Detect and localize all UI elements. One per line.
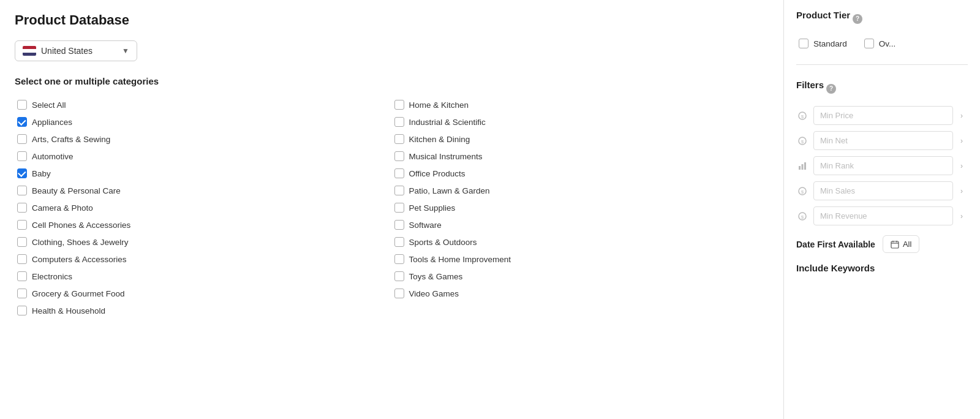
min-revenue-arrow[interactable]: › (956, 210, 968, 222)
date-all-button[interactable]: All (883, 235, 919, 253)
checkbox-software[interactable] (394, 220, 404, 230)
checkbox-item-computers[interactable]: Computers & Accessories (15, 251, 392, 268)
checkbox-item-baby[interactable]: Baby (15, 165, 392, 182)
checkbox-item-musical[interactable]: Musical Instruments (392, 148, 769, 165)
min-sales-row: $ › (796, 181, 968, 200)
checkbox-item-office-products[interactable]: Office Products (392, 165, 769, 182)
checkbox-health[interactable] (17, 306, 27, 315)
checkbox-patio[interactable] (394, 186, 404, 195)
checkbox-grocery[interactable] (17, 289, 27, 298)
checkbox-label-select-all: Select All (32, 100, 66, 110)
checkbox-pet-supplies[interactable] (394, 203, 404, 213)
checkbox-item-tools[interactable]: Tools & Home Improvement (392, 251, 769, 268)
product-tier-help-icon[interactable]: ? (853, 14, 862, 24)
filters-section: Filters ? $ › $ (796, 80, 968, 273)
checkbox-item-pet-supplies[interactable]: Pet Supplies (392, 199, 769, 216)
checkbox-office-products[interactable] (394, 168, 404, 178)
checkbox-label-beauty: Beauty & Personal Care (32, 186, 121, 195)
min-rank-row: › (796, 156, 968, 175)
checkbox-appliances[interactable] (17, 117, 27, 127)
checkbox-arts-crafts[interactable] (17, 134, 27, 144)
standard-checkbox-item[interactable]: Standard (796, 35, 850, 52)
checkbox-beauty[interactable] (17, 186, 27, 195)
checkbox-sports[interactable] (394, 237, 404, 247)
include-keywords-label: Include Keywords (796, 263, 875, 273)
checkbox-item-industrial[interactable]: Industrial & Scientific (392, 113, 769, 130)
checkbox-label-baby: Baby (32, 169, 51, 178)
checkbox-label-patio: Patio, Lawn & Garden (409, 186, 490, 195)
min-sales-input[interactable] (813, 181, 953, 200)
checkbox-item-video-games[interactable]: Video Games (392, 285, 769, 302)
checkbox-item-kitchen-dining[interactable]: Kitchen & Dining (392, 130, 769, 148)
checkbox-item-health[interactable]: Health & Household (15, 302, 392, 319)
categories-grid: Select AllAppliancesArts, Crafts & Sewin… (15, 96, 769, 319)
checkbox-camera[interactable] (17, 203, 27, 213)
product-tier-label: Product Tier (796, 10, 850, 20)
min-price-arrow[interactable]: › (956, 110, 968, 122)
checkbox-label-kitchen-dining: Kitchen & Dining (409, 135, 470, 144)
checkbox-label-pet-supplies: Pet Supplies (409, 203, 456, 213)
checkbox-home-kitchen[interactable] (394, 100, 404, 110)
checkbox-item-electronics[interactable]: Electronics (15, 268, 392, 285)
checkbox-item-grocery[interactable]: Grocery & Gourmet Food (15, 285, 392, 302)
checkbox-item-home-kitchen[interactable]: Home & Kitchen (392, 96, 769, 113)
checkbox-label-industrial: Industrial & Scientific (409, 118, 486, 127)
checkbox-item-arts-crafts[interactable]: Arts, Crafts & Sewing (15, 130, 392, 148)
flag-icon (23, 46, 36, 56)
svg-text:$: $ (801, 114, 804, 119)
checkbox-baby[interactable] (17, 168, 27, 178)
svg-rect-4 (799, 166, 801, 170)
min-rank-input[interactable] (813, 156, 953, 175)
standard-checkbox[interactable] (799, 39, 809, 48)
checkbox-item-select-all[interactable]: Select All (15, 96, 392, 113)
checkbox-industrial[interactable] (394, 117, 404, 127)
checkbox-item-cell-phones[interactable]: Cell Phones & Accessories (15, 216, 392, 233)
min-price-input[interactable] (813, 106, 953, 125)
country-selector[interactable]: United States ▼ (15, 40, 137, 61)
checkbox-tools[interactable] (394, 254, 404, 264)
min-rank-arrow[interactable]: › (956, 160, 968, 172)
checkbox-toys[interactable] (394, 271, 404, 281)
checkbox-item-clothing[interactable]: Clothing, Shoes & Jewelry (15, 233, 392, 251)
min-revenue-input[interactable] (813, 206, 953, 225)
checkbox-musical[interactable] (394, 151, 404, 161)
svg-rect-5 (802, 164, 804, 170)
checkbox-item-beauty[interactable]: Beauty & Personal Care (15, 182, 392, 199)
svg-rect-11 (891, 241, 899, 248)
checkbox-item-software[interactable]: Software (392, 216, 769, 233)
checkbox-label-toys: Toys & Games (409, 272, 463, 281)
checkbox-video-games[interactable] (394, 289, 404, 298)
checkbox-item-sports[interactable]: Sports & Outdoors (392, 233, 769, 251)
overview-label: Ov... (879, 39, 896, 48)
checkbox-label-software: Software (409, 221, 442, 230)
checkbox-item-patio[interactable]: Patio, Lawn & Garden (392, 182, 769, 199)
checkbox-cell-phones[interactable] (17, 220, 27, 230)
checkbox-item-appliances[interactable]: Appliances (15, 113, 392, 130)
date-first-available-row: Date First Available All (796, 235, 968, 253)
checkbox-computers[interactable] (17, 254, 27, 264)
checkbox-clothing[interactable] (17, 237, 27, 247)
product-tier-section: Product Tier ? Standard Ov... (796, 10, 968, 65)
filters-help-icon[interactable]: ? (826, 84, 836, 94)
overview-checkbox[interactable] (864, 39, 874, 48)
main-content: Product Database United States ▼ Select … (0, 0, 784, 419)
min-net-arrow[interactable]: › (956, 135, 968, 147)
checkbox-label-camera: Camera & Photo (32, 203, 93, 213)
overview-checkbox-item[interactable]: Ov... (862, 35, 899, 52)
checkbox-label-video-games: Video Games (409, 289, 459, 298)
checkbox-label-computers: Computers & Accessories (32, 255, 127, 264)
standard-label: Standard (813, 39, 847, 48)
min-sales-arrow[interactable]: › (956, 185, 968, 197)
min-net-input[interactable] (813, 131, 953, 150)
checkbox-electronics[interactable] (17, 271, 27, 281)
checkbox-label-arts-crafts: Arts, Crafts & Sewing (32, 135, 110, 144)
checkbox-item-camera[interactable]: Camera & Photo (15, 199, 392, 216)
checkbox-kitchen-dining[interactable] (394, 134, 404, 144)
checkbox-item-automotive[interactable]: Automotive (15, 148, 392, 165)
checkbox-item-toys[interactable]: Toys & Games (392, 268, 769, 285)
sidebar: Product Tier ? Standard Ov... Filters ? (784, 0, 980, 419)
checkbox-select-all[interactable] (17, 100, 27, 110)
checkbox-label-appliances: Appliances (32, 118, 72, 127)
checkbox-automotive[interactable] (17, 151, 27, 161)
price-icon: $ (796, 110, 809, 122)
